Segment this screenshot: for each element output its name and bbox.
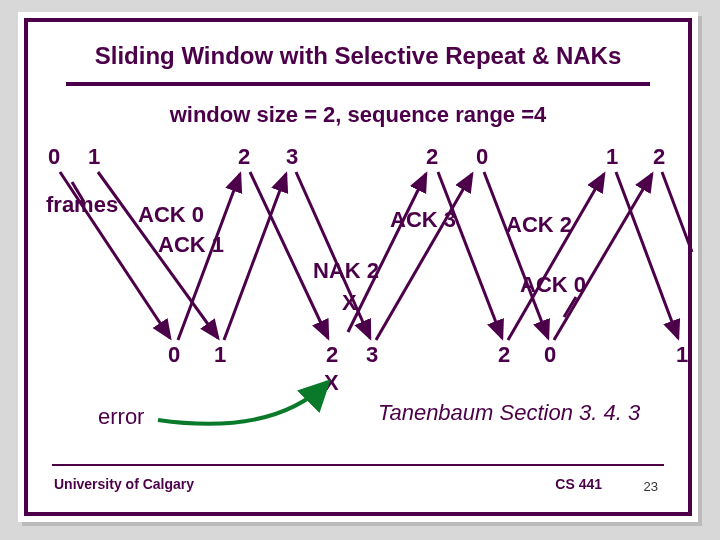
slide: Sliding Window with Selective Repeat & N… [18, 12, 698, 522]
footer-left: University of Calgary [54, 476, 194, 492]
footer-right: CS 441 [555, 476, 602, 492]
svg-line-11 [508, 174, 604, 340]
footer-rule [52, 464, 664, 466]
slide-border: Sliding Window with Selective Repeat & N… [24, 18, 692, 516]
diagram-arrows [28, 22, 708, 532]
svg-line-7 [348, 174, 426, 332]
svg-line-3 [178, 174, 240, 340]
svg-line-15 [662, 172, 692, 252]
svg-line-12 [554, 174, 652, 340]
svg-line-8 [376, 174, 472, 340]
page-number: 23 [644, 479, 658, 494]
svg-line-5 [250, 172, 328, 338]
svg-line-14 [616, 172, 678, 338]
svg-line-4 [224, 174, 286, 340]
